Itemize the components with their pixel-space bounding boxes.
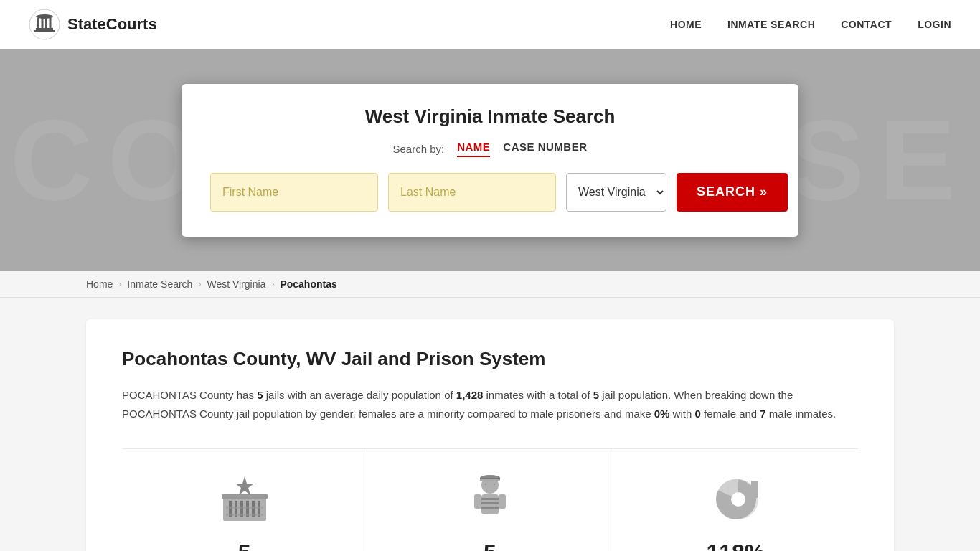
stat-jail-rate: 118% Jail Rate: [613, 449, 858, 551]
desc-jails-count: 5: [257, 389, 263, 401]
desc-female-count: 0: [694, 408, 700, 420]
svg-rect-22: [480, 479, 500, 481]
breadcrumb-inmate-search[interactable]: Inmate Search: [127, 278, 192, 290]
chevron-icon-2: ›: [198, 279, 201, 289]
svg-rect-5: [50, 18, 52, 28]
svg-rect-29: [474, 494, 481, 509]
chevron-icon-1: ›: [118, 279, 121, 289]
svg-point-32: [731, 492, 745, 507]
tab-case-number[interactable]: CASE NUMBER: [503, 141, 587, 157]
logo-icon: [29, 9, 60, 40]
jail-rate-icon: [707, 471, 764, 528]
search-by-row: Search by: NAME CASE NUMBER: [210, 141, 770, 157]
search-card-title: West Virginia Inmate Search: [210, 105, 770, 128]
search-card: West Virginia Inmate Search Search by: N…: [182, 84, 798, 237]
breadcrumb: Home › Inmate Search › West Virginia › P…: [0, 271, 980, 298]
svg-rect-33: [751, 481, 758, 498]
stat-prisoners: 5 Prisoners: [367, 449, 613, 551]
svg-rect-18: [226, 514, 263, 516]
hero: COURTHOUSE West Virginia Inmate Search S…: [0, 49, 980, 271]
breadcrumb-current: Pocahontas: [280, 278, 336, 290]
chevron-icon-3: ›: [271, 279, 274, 289]
description-paragraph: POCAHONTAS County has 5 jails with an av…: [122, 386, 858, 423]
svg-rect-9: [222, 494, 268, 499]
breadcrumb-west-virginia[interactable]: West Virginia: [207, 278, 265, 290]
svg-rect-30: [499, 494, 506, 509]
svg-rect-26: [481, 498, 499, 500]
first-name-input[interactable]: [210, 173, 378, 212]
nav-inmate-search[interactable]: INMATE SEARCH: [727, 19, 815, 30]
stats-row: 5 Jails: [122, 448, 858, 551]
search-inputs-row: West Virginia Alabama Alaska Virginia SE…: [210, 173, 770, 212]
svg-point-0: [29, 9, 60, 39]
desc-male-count: 7: [760, 408, 765, 420]
search-card-wrapper: West Virginia Inmate Search Search by: N…: [0, 49, 980, 271]
desc-avg-pop: 1,428: [456, 389, 484, 401]
nav-home[interactable]: HOME: [670, 19, 702, 30]
logo-text: StateCourts: [67, 15, 157, 34]
page-title: Pocahontas County, WV Jail and Prison Sy…: [122, 348, 858, 370]
state-select[interactable]: West Virginia Alabama Alaska Virginia: [566, 173, 666, 212]
svg-rect-34: [746, 485, 752, 498]
prisoners-icon: [461, 471, 519, 528]
navbar: StateCourts HOME INMATE SEARCH CONTACT L…: [0, 0, 980, 49]
desc-county: POCAHONTAS: [122, 389, 197, 401]
jails-icon: [216, 471, 273, 528]
content-card: Pocahontas County, WV Jail and Prison Sy…: [86, 319, 894, 551]
tab-name[interactable]: NAME: [457, 141, 490, 157]
breadcrumb-home[interactable]: Home: [86, 278, 113, 290]
nav-contact[interactable]: CONTACT: [841, 19, 892, 30]
svg-rect-17: [226, 507, 263, 509]
svg-rect-2: [37, 18, 39, 28]
stat-jails: 5 Jails: [122, 449, 367, 551]
svg-rect-4: [45, 18, 47, 28]
svg-rect-7: [34, 30, 55, 32]
svg-rect-28: [481, 507, 499, 509]
nav-login[interactable]: LOGIN: [918, 19, 951, 30]
svg-rect-27: [481, 502, 499, 504]
last-name-input[interactable]: [388, 173, 556, 212]
desc-total-pop: 5: [593, 389, 599, 401]
nav-links: HOME INMATE SEARCH CONTACT LOGIN: [670, 18, 951, 31]
prisoners-number: 5: [484, 540, 496, 551]
main-content: Pocahontas County, WV Jail and Prison Sy…: [0, 298, 980, 551]
jail-rate-number: 118%: [706, 540, 765, 551]
svg-rect-6: [36, 28, 53, 30]
search-button[interactable]: SEARCH »: [677, 173, 788, 212]
svg-rect-3: [42, 18, 44, 28]
jails-number: 5: [238, 540, 251, 551]
desc-female-pct: 0%: [654, 408, 670, 420]
svg-marker-10: [235, 476, 254, 495]
logo-link[interactable]: StateCourts: [29, 9, 157, 40]
search-by-label: Search by:: [392, 143, 444, 155]
